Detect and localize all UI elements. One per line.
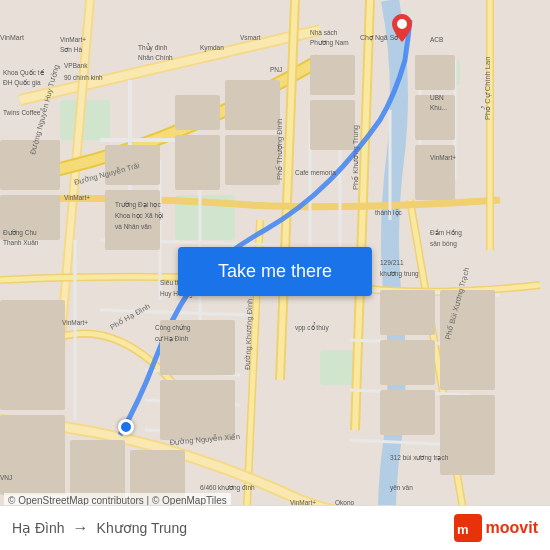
svg-text:sân bóng: sân bóng <box>430 240 457 248</box>
svg-rect-6 <box>105 190 160 250</box>
moovit-text: moovit <box>486 519 538 537</box>
svg-rect-19 <box>380 340 435 385</box>
svg-text:Khu...: Khu... <box>430 104 447 111</box>
svg-text:Thanh Xuân: Thanh Xuân <box>3 239 39 246</box>
svg-rect-24 <box>160 380 235 440</box>
svg-text:Twins Coffee: Twins Coffee <box>3 109 41 116</box>
svg-text:VinMart: VinMart <box>0 34 24 41</box>
map-container: Đường Nguyễn Huy Tưởng Đường Nguyễn Trãi… <box>0 0 550 550</box>
svg-text:Đầm Hồng: Đầm Hồng <box>430 229 462 237</box>
svg-text:UBN: UBN <box>430 94 444 101</box>
svg-text:VNJ: VNJ <box>0 474 12 481</box>
route-info: Hạ Đình → Khương Trung <box>12 519 187 537</box>
svg-point-83 <box>397 19 407 29</box>
svg-text:Trường Đại học: Trường Đại học <box>115 201 161 209</box>
svg-rect-26 <box>0 415 65 495</box>
svg-rect-7 <box>175 95 220 130</box>
svg-text:Vsmart: Vsmart <box>240 34 261 41</box>
svg-text:Nhân Chính: Nhân Chính <box>138 54 173 61</box>
svg-text:Thủy đình: Thủy đình <box>138 43 168 52</box>
svg-rect-22 <box>440 395 495 475</box>
svg-text:thành lộc: thành lộc <box>375 209 403 217</box>
svg-rect-20 <box>380 390 435 435</box>
svg-rect-25 <box>0 300 65 410</box>
arrow-icon: → <box>73 519 89 537</box>
svg-text:VinMart+: VinMart+ <box>430 154 456 161</box>
svg-rect-13 <box>310 55 355 95</box>
svg-text:khương trung: khương trung <box>380 270 419 278</box>
svg-text:312 bùi xương trạch: 312 bùi xương trạch <box>390 454 449 462</box>
svg-text:vpp cổ thúy: vpp cổ thúy <box>295 322 329 332</box>
svg-rect-16 <box>415 95 455 140</box>
svg-rect-14 <box>310 100 355 150</box>
svg-text:90 chính kinh: 90 chính kinh <box>64 74 103 81</box>
destination-pin <box>392 14 412 42</box>
bottom-bar: Hạ Đình → Khương Trung m moovit <box>0 505 550 550</box>
svg-text:Sơn Hà: Sơn Hà <box>60 46 82 53</box>
svg-text:cư Hạ Đình: cư Hạ Đình <box>155 335 189 343</box>
svg-text:Công chứng: Công chứng <box>155 324 191 332</box>
svg-text:6/460 khương đình: 6/460 khương đình <box>200 484 255 492</box>
to-station-label: Khương Trung <box>97 520 187 536</box>
take-me-there-button[interactable]: Take me there <box>178 247 372 296</box>
svg-text:VinMart+: VinMart+ <box>60 36 86 43</box>
svg-text:Cafe memoria: Cafe memoria <box>295 169 336 176</box>
svg-text:Kymdan: Kymdan <box>200 44 224 52</box>
moovit-logo: m moovit <box>454 514 538 542</box>
svg-rect-8 <box>175 135 220 190</box>
svg-rect-27 <box>70 440 125 500</box>
svg-text:Phương Nam: Phương Nam <box>310 39 349 47</box>
svg-text:Phố Khương Trung: Phố Khương Trung <box>351 125 360 190</box>
svg-rect-11 <box>225 80 280 130</box>
svg-text:Khoa học Xã hội: Khoa học Xã hội <box>115 212 163 220</box>
svg-text:Nhà sách: Nhà sách <box>310 29 338 36</box>
svg-text:PNJ: PNJ <box>270 66 282 73</box>
svg-text:Phổ Cự Chính Lan: Phổ Cự Chính Lan <box>481 57 492 120</box>
from-station-label: Hạ Đình <box>12 520 65 536</box>
svg-text:VinMart+: VinMart+ <box>62 319 88 326</box>
moovit-icon: m <box>454 514 482 542</box>
svg-text:Phố Thượng Đình: Phố Thượng Đình <box>275 119 284 180</box>
svg-text:ĐH Quốc gia: ĐH Quốc gia <box>3 79 41 87</box>
svg-rect-15 <box>415 55 455 90</box>
svg-rect-12 <box>225 135 280 185</box>
svg-text:Đường Chu: Đường Chu <box>3 229 37 237</box>
destination-marker <box>392 14 412 46</box>
svg-text:VPBank: VPBank <box>64 62 88 69</box>
svg-rect-18 <box>380 290 435 335</box>
origin-marker <box>118 419 134 435</box>
svg-text:VinMart+: VinMart+ <box>64 194 90 201</box>
svg-text:129/211: 129/211 <box>380 259 404 266</box>
svg-text:và Nhân văn: và Nhân văn <box>115 223 152 230</box>
svg-text:yên vân: yên vân <box>390 484 413 492</box>
svg-text:m: m <box>457 522 469 537</box>
svg-text:ACB: ACB <box>430 36 443 43</box>
svg-text:Khoa Quốc tế: Khoa Quốc tế <box>3 69 45 77</box>
